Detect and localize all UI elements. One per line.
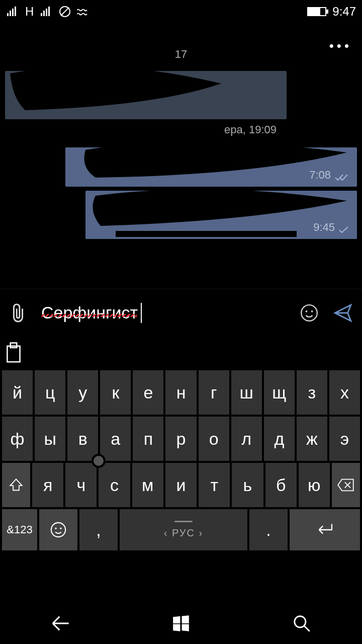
- kb-row-1: й ц у к е н г ш щ з х: [2, 370, 360, 415]
- key-letter[interactable]: к: [100, 370, 131, 415]
- keyboard: й ц у к е н г ш щ з х ф ы в а п р о л д …: [0, 336, 362, 603]
- attach-icon[interactable]: [9, 303, 27, 323]
- key-letter[interactable]: г: [199, 370, 229, 415]
- key-letter[interactable]: а: [100, 417, 131, 461]
- mute-icon: [59, 6, 71, 18]
- message-input-text: Серфингист: [41, 303, 138, 323]
- key-letter[interactable]: ц: [35, 370, 65, 415]
- windows-icon: [171, 614, 191, 633]
- svg-line-1: [61, 8, 69, 16]
- key-letter[interactable]: э: [329, 417, 360, 461]
- key-letter[interactable]: ш: [231, 370, 262, 415]
- status-bar: H 9:47: [0, 0, 362, 23]
- key-letter[interactable]: х: [329, 370, 360, 415]
- key-letter[interactable]: з: [297, 370, 327, 415]
- back-button[interactable]: [23, 603, 98, 644]
- backspace-key[interactable]: [332, 463, 360, 507]
- svg-rect-6: [11, 343, 17, 348]
- more-button[interactable]: •••: [329, 38, 352, 54]
- kb-row-3: я ч с м и т ь б ю: [2, 463, 360, 507]
- key-letter[interactable]: р: [165, 417, 196, 461]
- shift-icon: [9, 477, 23, 493]
- back-icon: [50, 615, 70, 632]
- emoji-icon[interactable]: [300, 303, 319, 323]
- period-key[interactable]: .: [249, 509, 288, 550]
- svg-point-9: [60, 527, 61, 529]
- backspace-icon: [337, 478, 354, 492]
- clock: 9:47: [332, 5, 356, 19]
- message-in-time: ера, 19:09: [5, 123, 357, 136]
- language-label: ‹ РУС ›: [164, 527, 204, 539]
- windows-button[interactable]: [143, 603, 219, 644]
- svg-point-10: [295, 616, 306, 627]
- enter-icon: [315, 523, 334, 537]
- date-separator: 17: [5, 48, 357, 61]
- key-letter[interactable]: в: [67, 417, 98, 461]
- key-letter[interactable]: д: [264, 417, 295, 461]
- clipboard-icon[interactable]: [4, 342, 23, 364]
- key-letter[interactable]: ь: [232, 463, 263, 507]
- navigation-bar: [0, 603, 362, 644]
- key-letter[interactable]: н: [165, 370, 196, 415]
- svg-point-8: [55, 527, 56, 529]
- shift-key[interactable]: [2, 463, 30, 507]
- key-letter[interactable]: ж: [297, 417, 327, 461]
- key-letter[interactable]: у: [67, 370, 98, 415]
- message-out-2[interactable]: 9:45: [85, 191, 357, 239]
- message-out-1[interactable]: 7:08: [65, 147, 357, 187]
- space-key[interactable]: ‹ РУС ›: [120, 509, 247, 550]
- svg-point-4: [311, 310, 313, 312]
- key-letter[interactable]: м: [132, 463, 163, 507]
- key-letter[interactable]: й: [2, 370, 33, 415]
- key-letter[interactable]: б: [265, 463, 297, 507]
- enter-key[interactable]: [290, 509, 360, 550]
- key-letter[interactable]: ы: [35, 417, 65, 461]
- svg-point-7: [51, 523, 65, 537]
- key-letter[interactable]: я: [32, 463, 63, 507]
- symbols-key[interactable]: &123: [2, 509, 37, 550]
- search-button[interactable]: [264, 603, 339, 644]
- signal-2-icon: [40, 6, 53, 17]
- key-letter[interactable]: ю: [299, 463, 330, 507]
- keyboard-grabber[interactable]: [92, 454, 106, 468]
- key-letter[interactable]: е: [133, 370, 163, 415]
- svg-point-3: [306, 310, 308, 312]
- key-letter[interactable]: щ: [264, 370, 295, 415]
- key-letter[interactable]: ч: [65, 463, 97, 507]
- text-cursor: [141, 303, 142, 323]
- comma-key[interactable]: ,: [79, 509, 118, 550]
- message-input[interactable]: Серфингист: [41, 303, 286, 323]
- kb-row-4: &123 , ‹ РУС › .: [2, 509, 360, 550]
- send-button[interactable]: [333, 303, 353, 323]
- input-bar: Серфингист: [0, 289, 362, 336]
- svg-rect-5: [7, 346, 20, 362]
- drag-handle-icon: [174, 521, 193, 522]
- key-letter[interactable]: о: [199, 417, 229, 461]
- key-letter[interactable]: и: [165, 463, 197, 507]
- signal-icon: [6, 6, 19, 17]
- battery-icon: [307, 7, 326, 16]
- key-letter[interactable]: п: [133, 417, 163, 461]
- vibrate-icon: [77, 6, 90, 17]
- key-letter[interactable]: л: [231, 417, 262, 461]
- network-label: H: [25, 5, 34, 19]
- key-letter[interactable]: с: [99, 463, 130, 507]
- message-in[interactable]: [5, 71, 287, 119]
- svg-point-2: [301, 305, 317, 321]
- emoji-key[interactable]: [39, 509, 77, 550]
- kb-row-2: ф ы в а п р о л д ж э: [2, 417, 360, 461]
- spellcheck-underline: [41, 314, 137, 317]
- search-icon: [292, 614, 311, 633]
- key-letter[interactable]: т: [199, 463, 230, 507]
- chat-area: ••• 17 ера, 19:09 7:08 9:45: [0, 23, 362, 239]
- smile-icon: [50, 521, 67, 538]
- key-letter[interactable]: ф: [2, 417, 33, 461]
- svg-line-11: [304, 626, 310, 631]
